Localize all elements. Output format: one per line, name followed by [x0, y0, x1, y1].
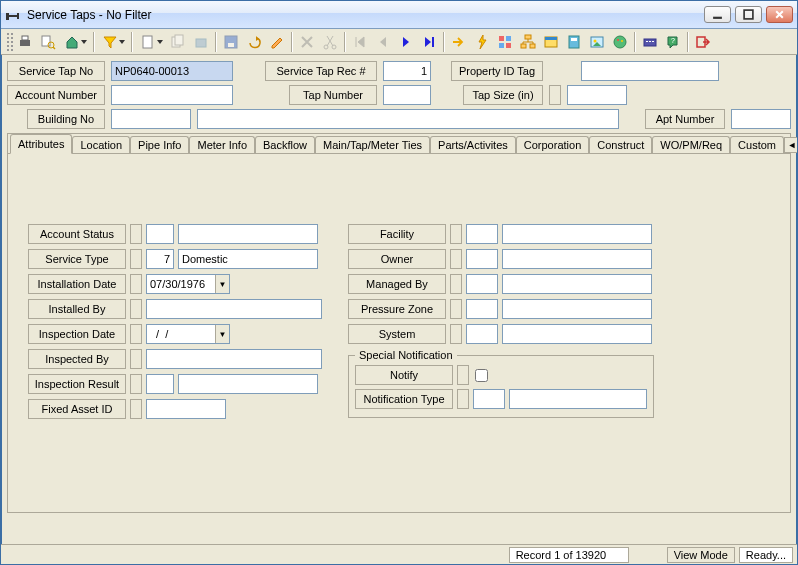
window-title: Service Taps - No Filter: [27, 8, 704, 22]
delete-button[interactable]: [296, 31, 318, 53]
notify-checkbox[interactable]: [475, 369, 488, 382]
tab-construct[interactable]: Construct: [589, 136, 652, 154]
svg-rect-34: [644, 39, 656, 46]
service-tap-no-input[interactable]: [111, 61, 233, 81]
pressure-zone-lookup[interactable]: [450, 299, 462, 319]
inspected-by-input[interactable]: [146, 349, 322, 369]
owner-desc[interactable]: [502, 249, 652, 269]
notification-type-code[interactable]: [473, 389, 505, 409]
building-desc-input[interactable]: [197, 109, 619, 129]
exit-button[interactable]: [692, 31, 714, 53]
copy-doc-button[interactable]: [167, 31, 189, 53]
facility-desc[interactable]: [502, 224, 652, 244]
installation-date-input[interactable]: ▼: [146, 274, 230, 294]
owner-code[interactable]: [466, 249, 498, 269]
account-status-lookup[interactable]: [130, 224, 142, 244]
save-button[interactable]: [220, 31, 242, 53]
goto-button[interactable]: [448, 31, 470, 53]
prev-record-button[interactable]: [372, 31, 394, 53]
edit-button[interactable]: [266, 31, 288, 53]
svg-rect-36: [649, 41, 651, 42]
installed-by-lookup[interactable]: [130, 299, 142, 319]
tap-number-input[interactable]: [383, 85, 431, 105]
image-button[interactable]: [586, 31, 608, 53]
pressure-zone-desc[interactable]: [502, 299, 652, 319]
tap-size-input[interactable]: [567, 85, 627, 105]
account-status-code[interactable]: [146, 224, 174, 244]
tab-corporation[interactable]: Corporation: [516, 136, 589, 154]
tap-size-lookup[interactable]: [549, 85, 561, 105]
system-desc[interactable]: [502, 324, 652, 344]
inspection-result-code[interactable]: [146, 374, 174, 394]
tab-scroll-left[interactable]: ◄: [784, 137, 797, 153]
fixed-asset-id-input[interactable]: [146, 399, 226, 419]
service-type-desc[interactable]: [178, 249, 318, 269]
notification-type-desc[interactable]: [509, 389, 647, 409]
help-button[interactable]: ?: [662, 31, 684, 53]
keyboard-button[interactable]: [639, 31, 661, 53]
tab-parts-activities[interactable]: Parts/Activites: [430, 136, 516, 154]
inspection-date-input[interactable]: ▼: [146, 324, 230, 344]
service-tap-rec-input[interactable]: [383, 61, 431, 81]
tab-attributes[interactable]: Attributes: [10, 134, 72, 154]
lightning-button[interactable]: [471, 31, 493, 53]
tab-location[interactable]: Location: [72, 136, 130, 154]
grid-a-button[interactable]: [494, 31, 516, 53]
facility-code[interactable]: [466, 224, 498, 244]
inspected-by-lookup[interactable]: [130, 349, 142, 369]
tool-a-button[interactable]: [190, 31, 212, 53]
account-number-input[interactable]: [111, 85, 233, 105]
system-lookup[interactable]: [450, 324, 462, 344]
preview-button[interactable]: [37, 31, 59, 53]
tab-wo-pm-req[interactable]: WO/PM/Req: [652, 136, 730, 154]
undo-button[interactable]: [243, 31, 265, 53]
service-type-lookup[interactable]: [130, 249, 142, 269]
inspection-result-desc[interactable]: [178, 374, 318, 394]
chevron-down-icon[interactable]: ▼: [215, 325, 229, 343]
tab-main-tap-meter-ties[interactable]: Main/Tap/Meter Ties: [315, 136, 430, 154]
fixed-asset-id-lookup[interactable]: [130, 399, 142, 419]
installed-by-input[interactable]: [146, 299, 322, 319]
service-type-code[interactable]: [146, 249, 174, 269]
next-record-button[interactable]: [395, 31, 417, 53]
notification-type-lookup[interactable]: [457, 389, 469, 409]
installation-date-lookup[interactable]: [130, 274, 142, 294]
property-id-tag-input[interactable]: [581, 61, 719, 81]
managed-by-lookup[interactable]: [450, 274, 462, 294]
inspection-date-lookup[interactable]: [130, 324, 142, 344]
building-no-input[interactable]: [111, 109, 191, 129]
minimize-button[interactable]: [704, 6, 731, 23]
home-dropdown[interactable]: [60, 31, 90, 53]
apt-number-input[interactable]: [731, 109, 791, 129]
facility-lookup[interactable]: [450, 224, 462, 244]
maximize-button[interactable]: [735, 6, 762, 23]
inspection-result-lookup[interactable]: [130, 374, 142, 394]
close-button[interactable]: [766, 6, 793, 23]
print-button[interactable]: [14, 31, 36, 53]
tab-meter-info[interactable]: Meter Info: [189, 136, 255, 154]
building-no-label: Building No: [27, 109, 105, 129]
tab-pipe-info[interactable]: Pipe Info: [130, 136, 189, 154]
tab-custom[interactable]: Custom: [730, 136, 784, 154]
structure-button[interactable]: [517, 31, 539, 53]
owner-lookup[interactable]: [450, 249, 462, 269]
managed-by-code[interactable]: [466, 274, 498, 294]
window-a-button[interactable]: [540, 31, 562, 53]
system-code[interactable]: [466, 324, 498, 344]
pressure-zone-code[interactable]: [466, 299, 498, 319]
tab-body-attributes: Account Status Service Type In: [8, 153, 790, 512]
first-record-button[interactable]: [349, 31, 371, 53]
account-status-desc[interactable]: [178, 224, 318, 244]
new-doc-dropdown[interactable]: [136, 31, 166, 53]
managed-by-desc[interactable]: [502, 274, 652, 294]
svg-point-16: [324, 45, 328, 49]
tab-backflow[interactable]: Backflow: [255, 136, 315, 154]
chevron-down-icon[interactable]: ▼: [215, 275, 229, 293]
calc-button[interactable]: [563, 31, 585, 53]
last-record-button[interactable]: [418, 31, 440, 53]
svg-rect-6: [22, 36, 28, 40]
notify-lookup[interactable]: [457, 365, 469, 385]
palette-button[interactable]: [609, 31, 631, 53]
filter-dropdown[interactable]: [98, 31, 128, 53]
cut-button[interactable]: [319, 31, 341, 53]
